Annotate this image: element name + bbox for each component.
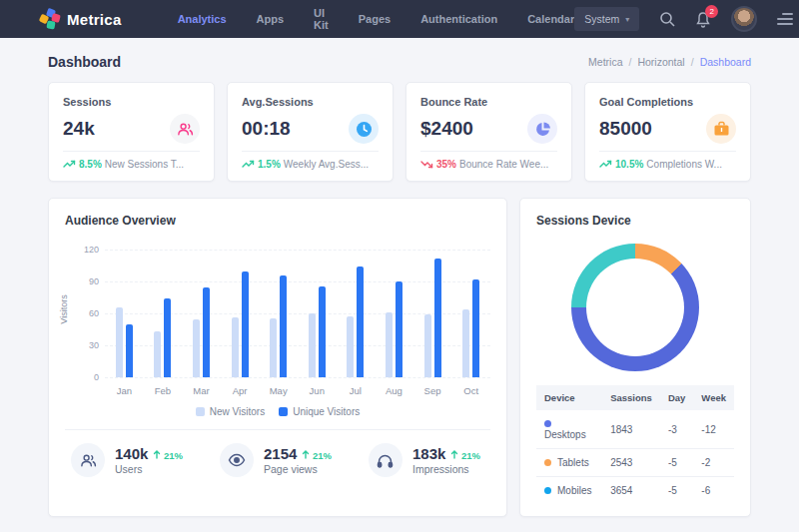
bar-unique-visitors	[280, 275, 287, 377]
device-cell: Desktops	[536, 410, 602, 449]
stat-card-value: 24k	[63, 118, 95, 140]
kpi-change: 21%	[153, 450, 183, 461]
device-dot	[544, 459, 551, 466]
pie-icon	[527, 114, 557, 144]
trend-description: Weekly Avg.Sess...	[284, 159, 369, 170]
bar-unique-visitors	[472, 279, 479, 377]
page-title: Dashboard	[48, 54, 121, 70]
table-row[interactable]: Tablets2543-5-2	[536, 449, 734, 477]
stat-card-trend: 10.5%Completions W...	[599, 151, 736, 170]
kpi-label: Page views	[264, 463, 332, 475]
kpi-page-views: 2154 21%Page views	[220, 443, 332, 477]
device-table-header: Sassions	[602, 385, 660, 410]
table-row[interactable]: Mobiles3654-5-6	[536, 477, 734, 505]
nav-item-analytics[interactable]: Analytics	[178, 13, 227, 25]
menu-icon[interactable]	[777, 13, 793, 25]
bar-group-may	[259, 275, 298, 377]
bar-group-mar	[182, 287, 221, 377]
kpi-label: Users	[115, 463, 183, 475]
bar-group-oct	[451, 279, 490, 377]
kpi-change: 21%	[450, 450, 480, 461]
search-icon	[659, 11, 675, 27]
device-dot	[544, 420, 551, 427]
sessions-device-title: Sessions Device	[536, 214, 734, 228]
stat-card-value: 00:18	[242, 118, 291, 140]
stat-card-value: 85000	[599, 118, 652, 140]
y-tick: 0	[94, 372, 99, 382]
sassions-cell: 2543	[602, 449, 660, 477]
nav-item-pages[interactable]: Pages	[359, 13, 391, 25]
breadcrumb-separator: /	[691, 56, 694, 68]
breadcrumb-item[interactable]: Metrica	[588, 56, 622, 68]
eye-icon	[220, 443, 254, 477]
x-tick: Jul	[337, 385, 376, 396]
legend-swatch	[279, 407, 288, 416]
bar-unique-visitors	[126, 324, 133, 377]
nav-item-ui-kit[interactable]: UI Kit	[314, 7, 329, 31]
trend-description: Completions W...	[646, 159, 722, 170]
nav-item-calendar[interactable]: Calendar	[527, 13, 574, 25]
week-cell: -2	[693, 449, 734, 477]
y-tick: 120	[84, 245, 99, 255]
nav-item-authentication[interactable]: Authentication	[420, 13, 497, 25]
device-table: DeviceSassionsDayWeek Desktops1843-3-12T…	[536, 385, 734, 504]
bar-new-visitors	[116, 307, 123, 377]
top-navbar: Metrica AnalyticsAppsUI KitPagesAuthenti…	[0, 0, 799, 38]
breadcrumb-item[interactable]: Dashboard	[700, 56, 751, 68]
device-table-header: Week	[693, 385, 734, 410]
metrica-logo-icon	[40, 9, 60, 29]
stat-card-trend: 1.5%Weekly Avg.Sess...	[242, 151, 379, 170]
trend-up-icon	[242, 160, 255, 169]
breadcrumb: Metrica/Horizontal/Dashboard	[588, 56, 751, 68]
clock-icon	[349, 114, 379, 144]
bar-unique-visitors	[357, 266, 364, 377]
day-cell: -5	[660, 477, 693, 505]
navbar-right: System ▾ 2	[574, 6, 793, 32]
nav-item-apps[interactable]: Apps	[257, 13, 285, 25]
table-row[interactable]: Desktops1843-3-12	[536, 410, 734, 449]
brand-name: Metrica	[67, 11, 122, 28]
legend-swatch	[196, 407, 205, 416]
kpi-impressions: 183k 21%Impressions	[369, 443, 480, 477]
bar-unique-visitors	[319, 286, 326, 377]
notifications-button[interactable]: 2	[695, 11, 711, 28]
device-table-header: Day	[660, 385, 693, 410]
bar-group-sep	[413, 259, 452, 377]
kpi-value: 2154	[264, 445, 297, 462]
trend-percent: 8.5%	[79, 159, 102, 170]
y-tick: 90	[89, 276, 99, 286]
x-tick: Jan	[105, 385, 144, 396]
kpi-value: 140k	[115, 445, 148, 462]
bar-group-jul	[337, 266, 376, 377]
y-axis-label: Visitors	[59, 294, 69, 323]
x-tick: Aug	[375, 385, 413, 396]
breadcrumb-item[interactable]: Horizontal	[637, 56, 684, 68]
kpi-value: 183k	[412, 445, 445, 462]
trend-percent: 10.5%	[615, 159, 643, 170]
sassions-cell: 3654	[602, 477, 660, 505]
x-tick: Oct	[451, 385, 490, 396]
stat-card-value: $2400	[420, 118, 473, 140]
bar-new-visitors	[347, 316, 354, 377]
y-tick: 30	[89, 340, 99, 350]
search-button[interactable]	[659, 11, 675, 27]
x-tick: Jun	[298, 385, 337, 396]
x-axis-labels: JanFebMarAprMayJunJulAugSepOct	[105, 385, 490, 396]
brand-logo[interactable]: Metrica	[40, 9, 122, 29]
bar-group-jan	[105, 307, 144, 377]
kpi-row: 140k 21%Users2154 21%Page views183k 21%I…	[65, 429, 490, 490]
kpi-change: 21%	[302, 450, 332, 461]
user-avatar[interactable]	[731, 6, 757, 32]
device-table-header: Device	[536, 385, 602, 410]
users-icon	[170, 114, 200, 144]
bar-group-jun	[298, 286, 337, 377]
bar-group-aug	[375, 281, 413, 377]
gridline	[105, 377, 490, 378]
breadcrumb-separator: /	[629, 56, 632, 68]
bar-group-apr	[221, 271, 260, 377]
legend-item: New Visitors	[196, 406, 265, 417]
stat-cards-row: Sessions24k8.5%New Sessions T...Avg.Sess…	[48, 82, 751, 182]
day-cell: -3	[660, 410, 693, 449]
bar-unique-visitors	[203, 287, 210, 377]
system-dropdown[interactable]: System ▾	[574, 7, 639, 31]
